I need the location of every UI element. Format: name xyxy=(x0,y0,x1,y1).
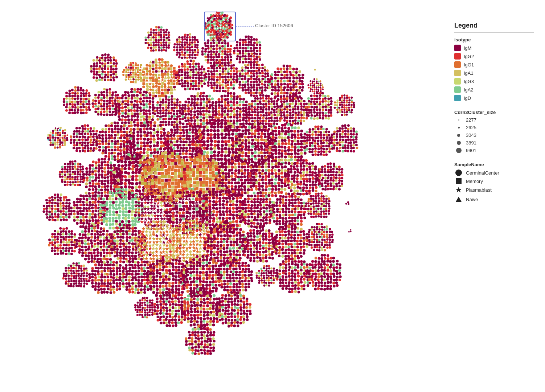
isotype-row: IgG1 xyxy=(454,61,534,68)
shape-container xyxy=(454,178,463,184)
sample-section-title: SampleName xyxy=(454,162,534,167)
size-dot xyxy=(457,134,460,137)
sample-row: Memory xyxy=(454,178,534,184)
isotype-row: IgG3 xyxy=(454,78,534,85)
isotype-label: IgA1 xyxy=(464,70,474,76)
size-dot xyxy=(458,127,460,128)
cdrh3-row: 2625 xyxy=(454,125,534,130)
isotype-row: IgA2 xyxy=(454,86,534,93)
isotype-items: IgM IgG2 IgG1 IgA1 IgG3 IgA2 IgD xyxy=(454,45,534,101)
isotype-swatch xyxy=(454,45,461,51)
size-dot xyxy=(456,148,462,153)
isotype-swatch xyxy=(454,61,461,68)
legend-title: Legend xyxy=(454,22,534,29)
isotype-label: IgG2 xyxy=(464,54,474,59)
star-shape xyxy=(455,186,462,193)
size-dot-container xyxy=(454,141,463,145)
isotype-label: IgG1 xyxy=(464,62,474,68)
svg-marker-0 xyxy=(456,187,462,192)
isotype-section-title: isotype xyxy=(454,37,534,42)
cdrh3-row: 2277 xyxy=(454,117,534,123)
legend-panel: Legend isotype IgM IgG2 IgG1 IgA1 IgG3 I… xyxy=(454,22,534,205)
cdrh3-row: 9901 xyxy=(454,148,534,153)
sample-row: Naive xyxy=(454,196,534,203)
sample-items: GerminalCenter Memory Plasmablast Naive xyxy=(454,170,534,203)
isotype-label: IgG3 xyxy=(464,79,474,84)
svg-marker-1 xyxy=(456,197,462,202)
sample-label: Naive xyxy=(466,197,478,202)
triangle-shape xyxy=(455,196,462,203)
sample-label: Plasmablast xyxy=(466,187,492,193)
cdrh3-label: 9901 xyxy=(466,148,476,153)
isotype-label: IgA2 xyxy=(464,87,474,93)
cdrh3-items: 2277 2625 3043 3891 9901 xyxy=(454,117,534,153)
size-dot-container xyxy=(454,134,463,137)
shape-container xyxy=(454,186,463,193)
isotype-row: IgM xyxy=(454,45,534,51)
isotype-row: IgD xyxy=(454,95,534,101)
isotype-row: IgG2 xyxy=(454,53,534,60)
circle-shape xyxy=(455,170,462,176)
square-shape xyxy=(456,178,462,184)
shape-container xyxy=(454,170,463,176)
cdrh3-row: 3891 xyxy=(454,140,534,146)
sample-label: GerminalCenter xyxy=(466,170,499,176)
size-dot xyxy=(458,119,459,121)
size-dot-container xyxy=(454,148,463,153)
cdrh3-row: 3043 xyxy=(454,132,534,138)
shape-container xyxy=(454,196,463,203)
isotype-row: IgA1 xyxy=(454,70,534,76)
isotype-swatch xyxy=(454,95,461,101)
isotype-swatch xyxy=(454,70,461,76)
sample-row: GerminalCenter xyxy=(454,170,534,176)
isotype-label: IgM xyxy=(464,45,472,51)
sample-label: Memory xyxy=(466,179,483,184)
size-dot-container xyxy=(454,119,463,121)
size-dot-container xyxy=(454,127,463,128)
isotype-swatch xyxy=(454,78,461,85)
isotype-label: IgD xyxy=(464,95,471,101)
cdrh3-label: 3043 xyxy=(466,132,476,138)
cdrh3-section-title: Cdrh3Cluster_size xyxy=(454,110,534,115)
size-dot xyxy=(457,141,461,145)
isotype-swatch xyxy=(454,53,461,60)
sample-row: Plasmablast xyxy=(454,186,534,193)
cdrh3-label: 2277 xyxy=(466,117,476,123)
cdrh3-label: 3891 xyxy=(466,140,476,146)
isotype-swatch xyxy=(454,86,461,93)
cdrh3-label: 2625 xyxy=(466,125,476,130)
